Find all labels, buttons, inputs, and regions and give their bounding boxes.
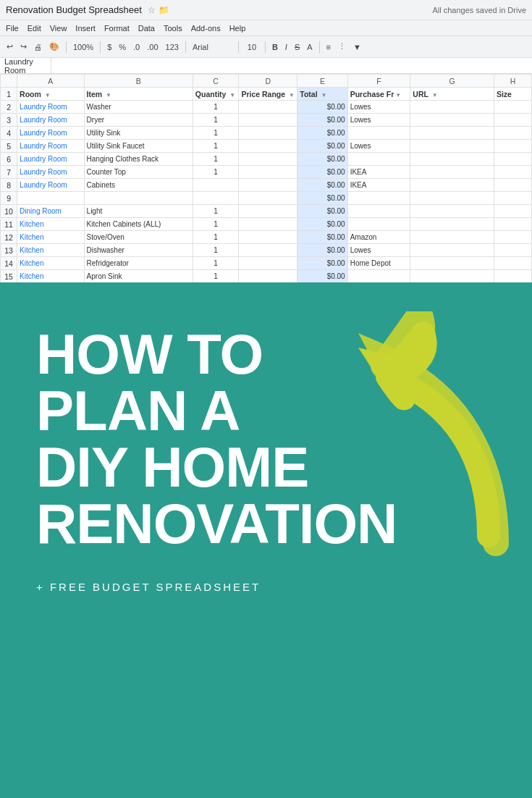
col-header-d[interactable]: D	[239, 75, 297, 88]
cell-size[interactable]	[494, 153, 531, 166]
cell-price[interactable]	[239, 231, 297, 244]
cell-total[interactable]: $0.00	[297, 114, 347, 127]
cell-price[interactable]	[239, 101, 297, 114]
cell-qty[interactable]	[193, 192, 239, 205]
cell-item[interactable]: Light	[84, 205, 193, 218]
header-url[interactable]: URL ▼	[410, 88, 494, 101]
header-quantity[interactable]: Quantity ▼	[193, 88, 239, 101]
strikethrough-button[interactable]: S	[292, 42, 302, 52]
cell-size[interactable]	[494, 192, 531, 205]
cell-total[interactable]: $0.00	[297, 257, 347, 270]
header-item[interactable]: Item ▼	[84, 88, 193, 101]
cell-room[interactable]: Kitchen	[17, 257, 84, 270]
cell-price[interactable]	[239, 270, 297, 283]
cell-url[interactable]	[410, 270, 494, 283]
cell-size[interactable]	[494, 140, 531, 153]
col-header-b[interactable]: B	[84, 75, 193, 88]
menu-tools[interactable]: Tools	[164, 24, 182, 33]
paint-format-button[interactable]: 🎨	[47, 41, 62, 52]
col-header-f[interactable]: F	[347, 75, 410, 88]
cell-item[interactable]: Hanging Clothes Rack	[84, 153, 193, 166]
cell-qty[interactable]: 1	[193, 140, 239, 153]
cell-purchase[interactable]	[347, 218, 410, 231]
font-size-selector[interactable]: 10	[243, 42, 261, 52]
cell-room[interactable]: Laundry Room	[17, 127, 84, 140]
cell-qty[interactable]: 1	[193, 101, 239, 114]
cell-item[interactable]: Refridgerator	[84, 257, 193, 270]
cell-room[interactable]: Kitchen	[17, 244, 84, 257]
cell-total[interactable]: $0.00	[297, 244, 347, 257]
cell-url[interactable]	[410, 192, 494, 205]
cell-total[interactable]: $0.00	[297, 192, 347, 205]
cell-total[interactable]: $0.00	[297, 153, 347, 166]
cell-qty[interactable]: 1	[193, 153, 239, 166]
menu-data[interactable]: Data	[138, 24, 155, 33]
cell-price[interactable]	[239, 218, 297, 231]
cell-room[interactable]: Kitchen	[17, 231, 84, 244]
cell-price[interactable]	[239, 192, 297, 205]
cell-url[interactable]	[410, 153, 494, 166]
cell-purchase[interactable]: Lowes	[347, 244, 410, 257]
cell-qty[interactable]: 1	[193, 166, 239, 179]
cell-total[interactable]: $0.00	[297, 127, 347, 140]
cell-qty[interactable]	[193, 179, 239, 192]
cell-purchase[interactable]: Lowes	[347, 114, 410, 127]
cell-room[interactable]: Laundry Room	[17, 140, 84, 153]
cell-purchase[interactable]: Home Depot	[347, 257, 410, 270]
cell-size[interactable]	[494, 101, 531, 114]
cell-item[interactable]: Dishwasher	[84, 244, 193, 257]
cell-qty[interactable]: 1	[193, 127, 239, 140]
menu-help[interactable]: Help	[229, 24, 246, 33]
cell-size[interactable]	[494, 270, 531, 283]
cell-qty[interactable]: 1	[193, 231, 239, 244]
redo-button[interactable]: ↪	[18, 41, 29, 52]
cell-url[interactable]	[410, 218, 494, 231]
cell-size[interactable]	[494, 166, 531, 179]
decimal-more-button[interactable]: .00	[145, 42, 160, 52]
menu-insert[interactable]: Insert	[75, 24, 96, 33]
header-size[interactable]: Size	[494, 88, 531, 101]
cell-total[interactable]: $0.00	[297, 205, 347, 218]
cell-room[interactable]: Kitchen	[17, 218, 84, 231]
font-selector[interactable]: Arial	[190, 42, 234, 52]
cell-price[interactable]	[239, 166, 297, 179]
cell-url[interactable]	[410, 140, 494, 153]
cell-total[interactable]: $0.00	[297, 270, 347, 283]
cell-url[interactable]	[410, 166, 494, 179]
cell-total[interactable]: $0.00	[297, 166, 347, 179]
col-header-g[interactable]: G	[410, 75, 494, 88]
menu-edit[interactable]: Edit	[28, 24, 41, 33]
cell-size[interactable]	[494, 205, 531, 218]
cell-total[interactable]: $0.00	[297, 179, 347, 192]
cell-total[interactable]: $0.00	[297, 101, 347, 114]
align-left-button[interactable]: ≡	[324, 42, 333, 52]
menu-addons[interactable]: Add-ons	[191, 24, 221, 33]
cell-url[interactable]	[410, 231, 494, 244]
cell-qty[interactable]: 1	[193, 218, 239, 231]
cell-room[interactable]: Laundry Room	[17, 166, 84, 179]
cell-size[interactable]	[494, 127, 531, 140]
cell-purchase[interactable]: IKEA	[347, 166, 410, 179]
filter-button[interactable]: ▼	[351, 42, 363, 52]
decimal-less-button[interactable]: .0	[131, 42, 142, 52]
cell-size[interactable]	[494, 244, 531, 257]
cell-purchase[interactable]	[347, 127, 410, 140]
header-price[interactable]: Price Range ▼	[239, 88, 297, 101]
text-color-button[interactable]: A	[305, 42, 314, 52]
cell-item[interactable]: Dryer	[84, 114, 193, 127]
cell-purchase[interactable]: Lowes	[347, 101, 410, 114]
cell-item[interactable]: Cabinets	[84, 179, 193, 192]
star-icon[interactable]: ☆	[148, 5, 156, 15]
undo-button[interactable]: ↩	[4, 41, 15, 52]
col-header-c[interactable]: C	[193, 75, 239, 88]
cell-item[interactable]: Counter Top	[84, 166, 193, 179]
cell-reference[interactable]: Laundry Room	[4, 57, 51, 75]
col-header-h[interactable]: H	[494, 75, 531, 88]
col-header-a[interactable]: A	[17, 75, 84, 88]
print-button[interactable]: 🖨	[32, 42, 44, 52]
cell-purchase[interactable]: IKEA	[347, 179, 410, 192]
cell-size[interactable]	[494, 114, 531, 127]
cell-room[interactable]: Laundry Room	[17, 153, 84, 166]
cell-total[interactable]: $0.00	[297, 218, 347, 231]
cell-item[interactable]: Utility Sink	[84, 127, 193, 140]
